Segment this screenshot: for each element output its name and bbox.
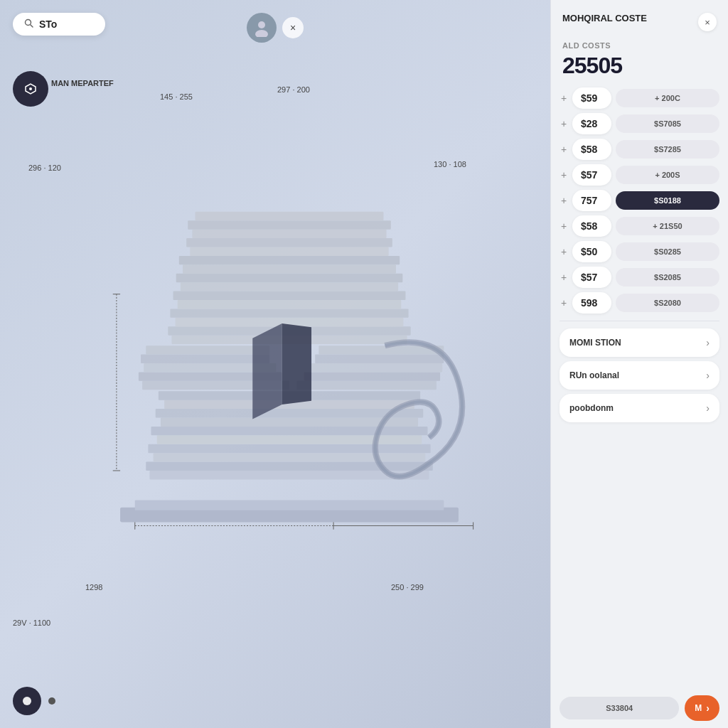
svg-rect-41 (196, 212, 384, 220)
bottom-actions: S33804 M › (551, 688, 728, 728)
plus-icon-2: + (560, 144, 568, 155)
dim-label-6: 250 · 299 (391, 583, 424, 592)
svg-rect-37 (190, 247, 388, 256)
tag-1: $S7085 (616, 114, 719, 133)
cost-row-4[interactable]: + 757 $S0188 (560, 190, 719, 211)
svg-rect-32 (173, 291, 406, 300)
svg-rect-10 (148, 444, 430, 453)
plus-icon-0: + (560, 92, 568, 104)
status-dot (48, 697, 55, 705)
action-button[interactable]: M › (685, 695, 719, 721)
tag-4: $S0188 (616, 191, 719, 210)
svg-rect-31 (178, 300, 401, 309)
tag-5: + 21S50 (616, 217, 719, 235)
avatar[interactable] (247, 13, 277, 43)
svg-rect-12 (151, 427, 428, 435)
amount-6: $50 (572, 241, 611, 262)
amount-1: $28 (572, 113, 611, 134)
plus-icon-4: + (560, 195, 568, 206)
action-chevron-icon: › (706, 702, 710, 714)
plus-icon-5: + (560, 220, 568, 232)
dim-label-7: 29V · 1100 (13, 619, 50, 627)
svg-rect-35 (183, 264, 396, 273)
tag-7: $S2085 (616, 268, 719, 287)
search-bar[interactable]: STo (13, 13, 105, 36)
chevron-icon-1: › (706, 370, 710, 381)
svg-rect-39 (192, 230, 386, 238)
close-button[interactable]: × (282, 17, 304, 38)
option-row-1[interactable]: RUn oolanal › (560, 361, 719, 390)
bottom-toolbar (13, 687, 55, 715)
tag-8: $S2080 (616, 294, 719, 312)
svg-point-2 (258, 21, 265, 28)
amount-3: $57 (572, 164, 611, 186)
svg-marker-42 (252, 323, 282, 419)
svg-rect-36 (179, 256, 400, 264)
option-label-1: RUn oolanal (569, 370, 619, 380)
amount-8: 598 (572, 292, 611, 314)
svg-rect-6 (135, 500, 444, 510)
dim-label-2: 297 · 200 (277, 85, 310, 94)
svg-rect-38 (186, 238, 392, 247)
record-button[interactable] (13, 687, 41, 715)
costs-label: ALD COSTS (562, 41, 717, 50)
amount-0: $59 (572, 87, 611, 109)
search-icon (24, 18, 33, 30)
dim-label-5: 1298 (85, 583, 102, 592)
svg-rect-24 (315, 355, 444, 363)
svg-rect-18 (296, 381, 437, 390)
dim-label-1: 145 · 255 (160, 92, 193, 101)
action-label: M (695, 703, 702, 713)
tag-2: $S7285 (616, 140, 719, 159)
cost-total: 25505 (562, 53, 717, 79)
svg-marker-43 (282, 323, 311, 405)
dim-label-3: 296 · 120 (28, 164, 61, 172)
building-viewport (43, 43, 536, 685)
cost-row-7[interactable]: + $57 $S2085 (560, 267, 719, 288)
svg-point-0 (26, 20, 31, 26)
svg-rect-25 (146, 346, 269, 354)
cost-row-8[interactable]: + 598 $S2080 (560, 292, 719, 314)
cost-row-0[interactable]: + $59 + 200C (560, 87, 719, 109)
amount-5: $58 (572, 215, 611, 237)
svg-rect-33 (181, 282, 398, 291)
panel-title: MOHQIRAL COSTE (562, 13, 647, 25)
svg-line-1 (31, 25, 33, 27)
option-label-2: poobdonm (569, 403, 614, 413)
svg-point-52 (23, 697, 31, 705)
option-rows: MOMI STION › RUn oolanal › poobdonm › (551, 328, 728, 422)
panel-close-button[interactable]: × (698, 13, 717, 31)
cost-row-3[interactable]: + $57 + 200S (560, 164, 719, 186)
cost-row-2[interactable]: + $58 $S7285 (560, 139, 719, 160)
cost-row-1[interactable]: + $28 $S7085 (560, 113, 719, 134)
option-row-0[interactable]: MOMI STION › (560, 328, 719, 357)
avatar-group: × (247, 13, 304, 43)
action-tag[interactable]: S33804 (560, 697, 679, 719)
plus-icon-8: + (560, 297, 568, 309)
svg-point-3 (255, 30, 268, 37)
amount-4: 757 (572, 190, 611, 211)
option-row-2[interactable]: poobdonm › (560, 394, 719, 422)
cost-panel: MOHQIRAL COSTE × ALD COSTS 25505 + $59 +… (550, 0, 728, 728)
cost-row-5[interactable]: + $58 + 21S50 (560, 215, 719, 237)
dim-label-4: 130 · 108 (434, 160, 466, 168)
plus-icon-3: + (560, 169, 568, 181)
chevron-icon-0: › (706, 337, 710, 348)
svg-rect-20 (304, 372, 440, 380)
cost-section: ALD COSTS 25505 (551, 38, 728, 87)
option-label-0: MOMI STION (569, 338, 621, 348)
tag-6: $S0285 (616, 242, 719, 261)
plus-icon-7: + (560, 272, 568, 283)
svg-rect-11 (157, 435, 422, 444)
plus-icon-6: + (560, 246, 568, 257)
panel-header: MOHQIRAL COSTE × (551, 0, 728, 38)
svg-rect-40 (188, 220, 391, 229)
svg-rect-8 (146, 462, 432, 471)
plus-icon-1: + (560, 118, 568, 129)
svg-rect-34 (176, 274, 403, 282)
amount-7: $57 (572, 267, 611, 288)
svg-rect-23 (141, 355, 269, 363)
amount-2: $58 (572, 139, 611, 160)
tag-0: + 200C (616, 89, 719, 107)
cost-row-6[interactable]: + $50 $S0285 (560, 241, 719, 262)
